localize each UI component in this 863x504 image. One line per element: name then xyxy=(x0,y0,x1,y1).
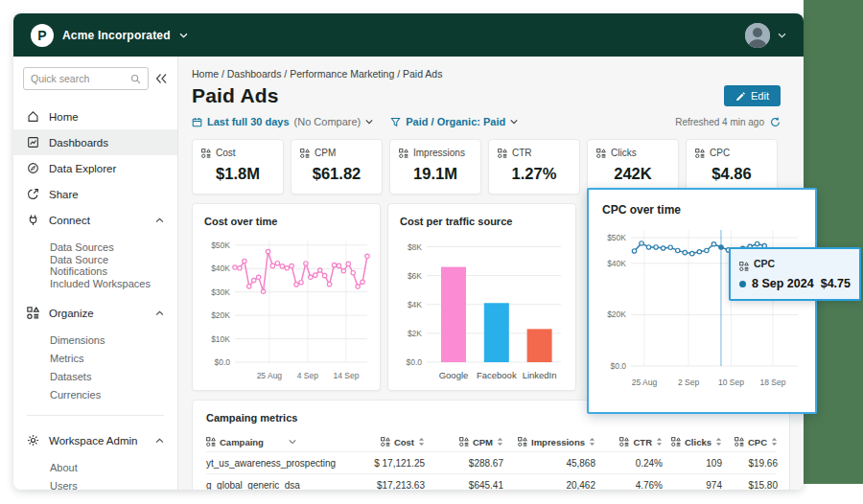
sidebar-subitem-label: Dimensions xyxy=(50,334,105,346)
sidebar: Home Dashboards Data Explorer Share xyxy=(13,57,178,490)
column-header-cpm[interactable]: CPM xyxy=(425,437,503,447)
chevron-down-icon xyxy=(289,439,296,445)
kpi-label: CTR xyxy=(512,148,532,158)
refresh-icon[interactable] xyxy=(770,117,781,127)
metric-icon xyxy=(498,149,507,158)
svg-text:14 Sep: 14 Sep xyxy=(333,371,359,380)
kpi-label: CPM xyxy=(315,148,336,158)
cpc-over-time-popup[interactable]: CPC over time $0.0$20K$40K$50K25 Aug2 Se… xyxy=(587,188,817,414)
sidebar-subitem-about[interactable]: About xyxy=(13,458,177,476)
sidebar-subitem-data-source-notifications[interactable]: Data Source Notifications xyxy=(13,256,177,274)
workspace-switcher[interactable]: P Acme Incorporated xyxy=(31,24,188,47)
column-header-cost[interactable]: Cost xyxy=(350,437,425,447)
cost-over-time-chart[interactable]: $0.0$10K$20K$30K$40K$50K25 Aug4 Sep14 Se… xyxy=(204,233,370,382)
kpi-label: Cost xyxy=(216,148,236,158)
kpi-card-ctr[interactable]: CTR 1.27% xyxy=(488,139,580,195)
chart-tooltip: CPC 8 Sep 2024 $4.75 xyxy=(729,247,861,301)
segment-filter-label: Paid / Organic: Paid xyxy=(406,116,505,127)
svg-text:$0.0: $0.0 xyxy=(610,361,626,371)
table-row[interactable]: yt_us_awareness_prospecting $ 17,121.25 … xyxy=(206,451,776,473)
sidebar-item-dashboards[interactable]: Dashboards xyxy=(13,129,177,155)
metric-icon xyxy=(381,437,390,447)
svg-text:$4K: $4K xyxy=(408,300,422,309)
date-range-filter[interactable]: Last full 30 days (No Compare) xyxy=(192,116,373,127)
chart-panel-cost-per-source[interactable]: Cost per traffic source $0.0$2K$4K$6K$8K… xyxy=(387,203,576,391)
breadcrumb[interactable]: Home / Dashboards / Performance Marketin… xyxy=(192,68,790,80)
metric-icon xyxy=(459,437,469,447)
svg-text:$20K: $20K xyxy=(607,309,626,319)
dashboards-icon xyxy=(27,136,39,149)
kpi-card-cpc[interactable]: CPC $4.86 xyxy=(686,139,778,195)
kpi-card-impressions[interactable]: Impressions 19.1M xyxy=(389,139,481,195)
svg-text:4 Sep: 4 Sep xyxy=(297,371,318,380)
cell-cpm: $645.41 xyxy=(425,480,503,491)
sidebar-subitem-label: Datasets xyxy=(50,371,91,382)
metric-icon xyxy=(300,149,310,158)
pencil-icon xyxy=(735,91,745,101)
table-row[interactable]: g_global_generic_dsa $17,213.63 $645.41 … xyxy=(206,473,776,490)
svg-text:$0.0: $0.0 xyxy=(214,357,230,367)
sidebar-item-label: Share xyxy=(49,189,79,200)
chart-panel-cost-over-time[interactable]: Cost over time $0.0$10K$20K$30K$40K$50K2… xyxy=(192,203,381,391)
sidebar-item-connect[interactable]: Connect xyxy=(13,207,177,233)
svg-text:$50K: $50K xyxy=(211,241,230,250)
svg-text:Facebook: Facebook xyxy=(477,370,517,380)
sidebar-item-data-explorer[interactable]: Data Explorer xyxy=(13,155,177,181)
sidebar-subitem-currencies[interactable]: Currencies xyxy=(13,385,177,403)
sidebar-item-workspace-admin[interactable]: Workspace Admin xyxy=(13,427,177,453)
kpi-label: CPC xyxy=(710,148,730,158)
table-header: Campaing Cost CPM xyxy=(206,432,776,451)
cell-impressions: 45,868 xyxy=(503,458,595,469)
cell-cost: $ 17,121.25 xyxy=(350,458,425,469)
kpi-value: $1.8M xyxy=(201,165,274,183)
gear-icon xyxy=(27,434,39,447)
edit-button[interactable]: Edit xyxy=(724,85,781,106)
sidebar-item-label: Data Explorer xyxy=(49,163,116,174)
chevron-up-icon xyxy=(155,438,164,444)
sidebar-subitem-label: Data Sources xyxy=(50,241,114,253)
sidebar-item-label: Organize xyxy=(49,308,94,319)
column-header-impressions[interactable]: Impressions xyxy=(503,437,595,447)
sidebar-nav: Home Dashboards Data Explorer Share xyxy=(13,103,177,490)
svg-text:$2K: $2K xyxy=(408,329,422,338)
edit-button-label: Edit xyxy=(751,90,769,102)
sort-icon xyxy=(497,437,503,447)
kpi-card-clicks[interactable]: Clicks 242K xyxy=(587,139,679,195)
sidebar-item-share[interactable]: Share xyxy=(13,181,177,207)
kpi-value: 242K xyxy=(596,165,669,183)
chevron-up-icon xyxy=(155,218,164,223)
date-range-label: Last full 30 days xyxy=(207,116,290,127)
sidebar-item-organize[interactable]: Organize xyxy=(13,300,177,326)
metric-icon xyxy=(739,262,749,271)
avatar xyxy=(745,23,770,48)
sidebar-subitem-dimensions[interactable]: Dimensions xyxy=(13,331,177,349)
segment-filter[interactable]: Paid / Organic: Paid xyxy=(390,116,518,127)
svg-text:2 Sep: 2 Sep xyxy=(678,378,699,387)
user-menu[interactable] xyxy=(745,23,786,48)
kpi-card-cost[interactable]: Cost $1.8M xyxy=(192,139,284,195)
chevron-down-icon xyxy=(179,33,188,38)
sidebar-subitem-included-workspaces[interactable]: Included Workspaces xyxy=(13,274,177,292)
cost-per-traffic-source-chart[interactable]: $0.0$2K$4K$6K$8KGoogleFacebookLinkedIn xyxy=(400,233,566,382)
svg-text:$20K: $20K xyxy=(211,310,230,320)
metric-icon xyxy=(619,437,629,447)
sidebar-subitem-datasets[interactable]: Datasets xyxy=(13,367,177,385)
sidebar-item-label: Home xyxy=(49,111,79,123)
sidebar-subitem-label: About xyxy=(50,462,78,473)
quick-search[interactable] xyxy=(23,67,149,90)
chart-title: Cost per traffic source xyxy=(400,216,564,227)
home-icon xyxy=(27,110,39,123)
sidebar-subitem-metrics[interactable]: Metrics xyxy=(13,349,177,367)
sidebar-item-home[interactable]: Home xyxy=(13,103,177,129)
sidebar-subitem-users[interactable]: Users xyxy=(13,476,177,490)
column-header-ctr[interactable]: CTR xyxy=(595,437,663,447)
kpi-card-cpm[interactable]: CPM $61.82 xyxy=(291,139,383,195)
search-input[interactable] xyxy=(31,73,127,84)
column-header-cpc[interactable]: CPC xyxy=(722,437,778,447)
cell-clicks: 109 xyxy=(663,458,722,469)
sidebar-collapse-icon[interactable] xyxy=(155,73,168,84)
column-header-clicks[interactable]: Clicks xyxy=(663,437,722,447)
column-header-campaign[interactable]: Campaing xyxy=(206,437,350,447)
cell-ctr: 0.24% xyxy=(595,458,663,469)
column-label: Impressions xyxy=(531,437,585,447)
